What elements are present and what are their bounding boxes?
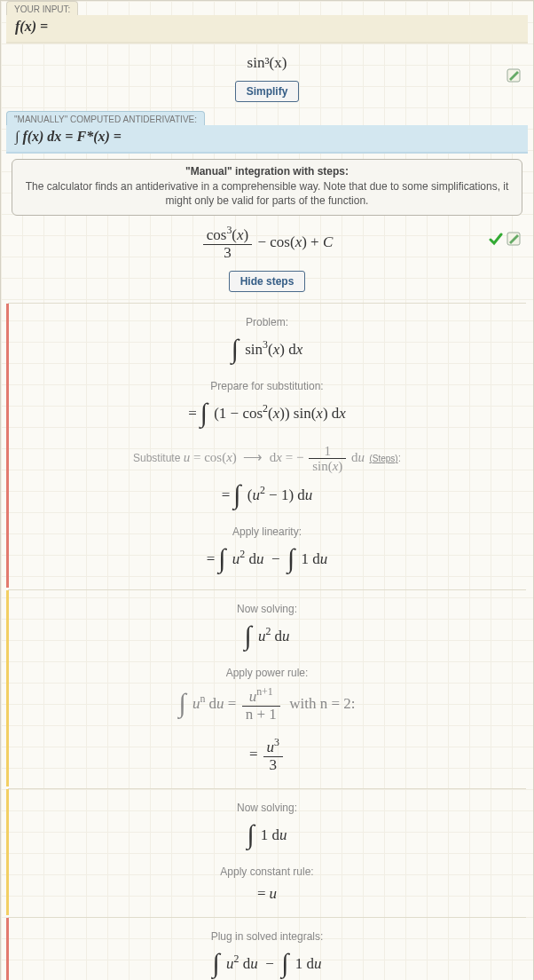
math-after-sub: ∫ (u2 − 1) du xyxy=(233,478,312,515)
hide-steps-button[interactable]: Hide steps xyxy=(229,271,306,292)
math-solve-1: ∫ 1 du xyxy=(247,818,287,855)
steps-link[interactable]: (Steps) xyxy=(369,454,397,463)
label-prepare: Prepare for substitution: xyxy=(8,380,526,392)
math-constant-result: u xyxy=(270,881,278,906)
your-input-tab: YOUR INPUT: xyxy=(6,1,78,15)
edit-result-icon[interactable] xyxy=(507,232,521,246)
label-now-solving-2: Now solving: xyxy=(8,802,526,814)
math-power-rule: ∫ un du = un+1n + 1 with n = 2: xyxy=(178,683,355,727)
step-solve-u2: Now solving: ∫ u2 du Apply power rule: ∫… xyxy=(8,589,526,786)
input-section: sin³(x) Simplify xyxy=(1,43,533,111)
step-plug-in: Plug in solved integrals: ∫ u2 du − ∫ 1 … xyxy=(8,917,526,980)
step-solve-1: Now solving: ∫ 1 du Apply constant rule:… xyxy=(8,788,526,915)
math-substitute: u = cos(x) ⟶ dx = − 1sin(x) du xyxy=(184,447,365,468)
math-linearity: ∫ u2 du − ∫ 1 du xyxy=(218,541,327,579)
label-power: Apply power rule: xyxy=(8,667,526,679)
edit-icon[interactable] xyxy=(507,68,521,83)
label-linearity: Apply linearity: xyxy=(8,526,526,538)
math-solve-u2: ∫ u2 du xyxy=(244,619,289,656)
math-prepare: ∫ (1 − cos2(x)) sin(x) dx xyxy=(200,396,346,433)
result-expression: cos3(x)3 − cos(x) + C xyxy=(6,221,528,265)
label-substitute: Substitute u = cos(x) ⟶ dx = − 1sin(x) d… xyxy=(8,444,526,474)
check-icon[interactable] xyxy=(489,232,503,246)
label-now-solving-1: Now solving: xyxy=(8,603,526,615)
input-expression: sin³(x) xyxy=(6,51,528,75)
label-plug-in: Plug in solved integrals: xyxy=(8,930,526,943)
info-box: "Manual" integration with steps: The cal… xyxy=(12,159,522,216)
label-problem: Problem: xyxy=(8,316,526,328)
step-problem: Problem: ∫ sin3(x) dx Prepare for substi… xyxy=(8,303,526,588)
input-formula-label: f(x) = xyxy=(6,15,528,43)
result-section: cos3(x)3 − cos(x) + C Hide steps xyxy=(1,219,533,301)
antiderivative-tab: "MANUALLY" COMPUTED ANTIDERIVATIVE: xyxy=(6,111,205,125)
math-power-result: u33 xyxy=(262,733,285,778)
math-plug-in: ∫ u2 du − ∫ 1 du xyxy=(213,946,322,980)
info-text: The calculator finds an antiderivative i… xyxy=(21,179,513,208)
simplify-button[interactable]: Simplify xyxy=(235,81,300,102)
label-constant: Apply constant rule: xyxy=(8,865,526,878)
math-problem: ∫ sin3(x) dx xyxy=(232,332,302,369)
antiderivative-formula-label: ∫ f(x) dx = F*(x) = xyxy=(6,125,528,154)
info-title: "Manual" integration with steps: xyxy=(21,165,513,178)
page: YOUR INPUT: f(x) = sin³(x) Simplify "MAN… xyxy=(0,0,534,980)
